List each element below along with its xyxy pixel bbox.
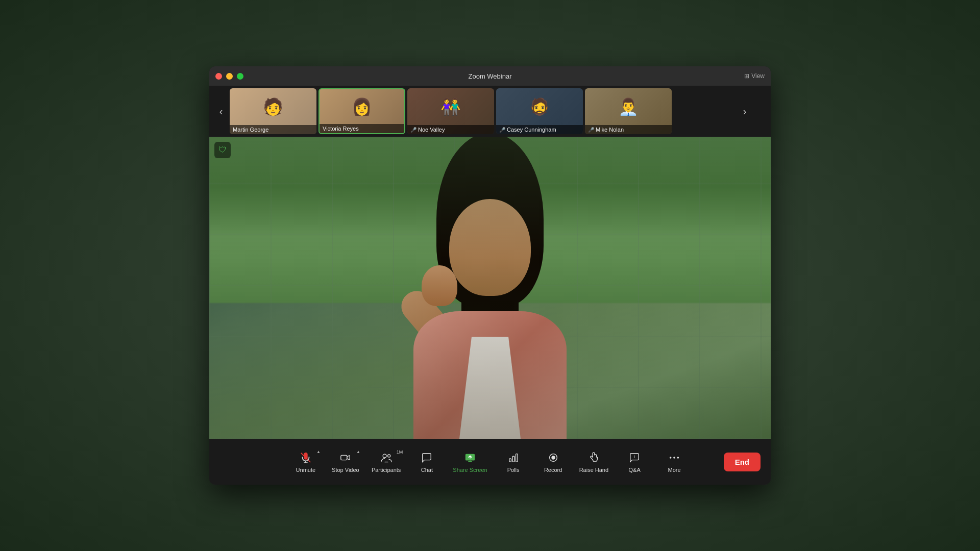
window-controls	[215, 73, 243, 80]
raise-hand-label: Raise Hand	[579, 467, 608, 473]
end-button[interactable]: End	[724, 453, 761, 471]
minimize-button[interactable]	[226, 73, 233, 80]
toolbar: ▲ Unmute ▲ Stop Video	[209, 439, 771, 485]
participant-name-victoria: Victoria Reyes	[320, 124, 404, 133]
participants-button[interactable]: 1M Participants	[368, 446, 405, 477]
svg-rect-8	[512, 456, 514, 462]
participant-name-casey: 🎤 Casey Cunningham	[496, 125, 583, 134]
participants-label: Participants	[372, 467, 401, 473]
shield-icon: 🛡	[218, 145, 227, 155]
raise-hand-icon	[588, 450, 599, 465]
unmute-caret: ▲	[316, 449, 321, 454]
svg-rect-7	[509, 459, 511, 462]
more-button[interactable]: More	[656, 446, 692, 477]
qa-icon	[629, 450, 640, 465]
participant-name-mike: 🎤 Mike Nolan	[585, 125, 672, 134]
thumb-avatar-noe: 👫	[407, 88, 494, 120]
stop-video-caret: ▲	[356, 449, 360, 454]
participant-thumb-victoria[interactable]: 👩 Victoria Reyes	[318, 88, 405, 134]
record-button[interactable]: Record	[535, 446, 571, 477]
unmute-button[interactable]: ▲ Unmute	[288, 446, 324, 477]
participants-icon	[380, 450, 393, 465]
video-background	[209, 137, 771, 439]
thumb-avatar-casey: 🧔	[496, 88, 583, 120]
participant-name-martin: Martin George	[230, 125, 316, 134]
window-title: Zoom Webinar	[468, 72, 511, 80]
more-label: More	[668, 467, 681, 473]
unmute-icon	[300, 450, 311, 465]
more-icon	[669, 450, 680, 465]
svg-point-5	[387, 455, 390, 457]
polls-icon	[508, 450, 519, 465]
view-label: View	[751, 72, 765, 80]
nav-prev-button[interactable]: ‹	[213, 104, 229, 119]
svg-rect-3	[341, 455, 347, 460]
mute-icon-mike: 🎤	[588, 127, 594, 133]
svg-point-12	[670, 457, 672, 459]
share-screen-icon	[464, 450, 476, 465]
participant-name-noe: 🎤 Noe Valley	[407, 125, 494, 134]
zoom-window: Zoom Webinar ⊞ View ‹ 🧑 Martin George 👩 …	[209, 66, 771, 485]
participant-thumb-martin[interactable]: 🧑 Martin George	[230, 88, 316, 134]
thumb-avatar-victoria: 👩	[320, 89, 404, 120]
qa-label: Q&A	[628, 467, 640, 473]
nav-next-button[interactable]: ›	[737, 104, 752, 119]
view-button[interactable]: ⊞ View	[744, 72, 765, 80]
thumb-avatar-martin: 🧑	[230, 88, 316, 120]
mute-icon-noe: 🎤	[410, 127, 416, 133]
video-overlay	[209, 137, 771, 439]
mute-icon-casey: 🎤	[499, 127, 505, 133]
qa-button[interactable]: Q&A	[617, 446, 652, 477]
stop-video-icon	[340, 450, 351, 465]
unmute-label: Unmute	[296, 467, 316, 473]
chat-button[interactable]: Chat	[409, 446, 445, 477]
raise-hand-button[interactable]: Raise Hand	[575, 446, 612, 477]
record-icon	[548, 450, 559, 465]
record-label: Record	[544, 467, 562, 473]
chat-icon	[421, 450, 432, 465]
participants-strip: ‹ 🧑 Martin George 👩 Victoria Reyes 👫 🎤 N…	[209, 86, 771, 137]
polls-label: Polls	[507, 467, 520, 473]
thumb-avatar-mike: 👨‍💼	[585, 88, 672, 120]
main-video-area: 🛡	[209, 137, 771, 439]
svg-point-14	[677, 457, 679, 459]
stop-video-button[interactable]: ▲ Stop Video	[328, 446, 363, 477]
share-screen-label: Share Screen	[453, 467, 487, 473]
view-icon: ⊞	[744, 72, 749, 80]
participant-thumb-mike[interactable]: 👨‍💼 🎤 Mike Nolan	[585, 88, 672, 134]
close-button[interactable]	[215, 73, 222, 80]
participants-count: 1M	[397, 449, 403, 455]
participant-thumb-noe[interactable]: 👫 🎤 Noe Valley	[407, 88, 494, 134]
security-badge: 🛡	[214, 142, 231, 158]
titlebar: Zoom Webinar ⊞ View	[209, 66, 771, 86]
share-screen-button[interactable]: Share Screen	[449, 446, 491, 477]
chat-label: Chat	[421, 467, 433, 473]
svg-rect-9	[516, 454, 518, 462]
svg-point-11	[551, 456, 555, 459]
maximize-button[interactable]	[237, 73, 243, 80]
svg-point-4	[383, 454, 386, 458]
svg-point-13	[673, 457, 675, 459]
stop-video-label: Stop Video	[332, 467, 359, 473]
participant-thumb-casey[interactable]: 🧔 🎤 Casey Cunningham	[496, 88, 583, 134]
polls-button[interactable]: Polls	[496, 446, 531, 477]
